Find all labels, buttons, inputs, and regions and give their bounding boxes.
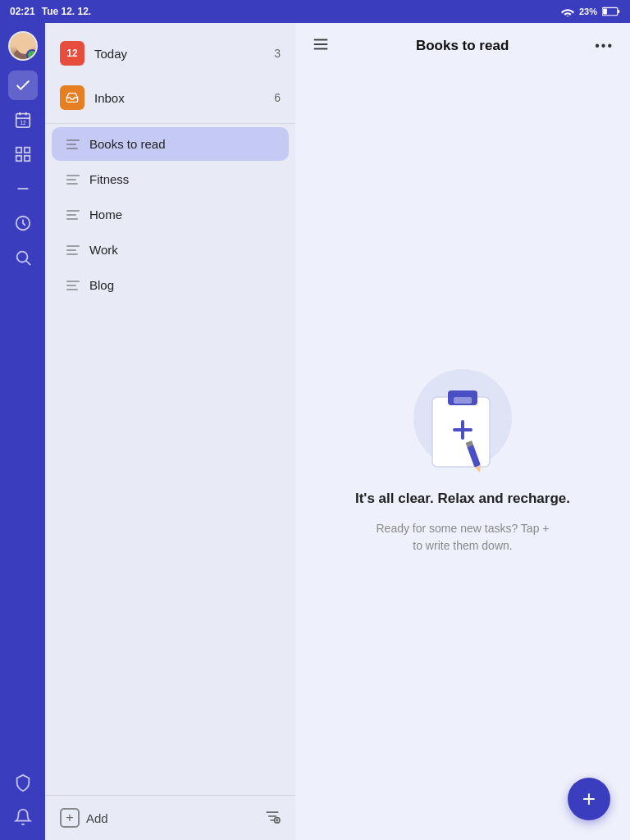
svg-point-0 — [566, 16, 568, 16]
status-left: 02:21 Tue 12. 12. — [10, 6, 91, 17]
today-label: Today — [94, 47, 127, 61]
inbox-label: Inbox — [94, 91, 125, 105]
nav-icon-bell[interactable] — [8, 802, 38, 832]
list-icon-books — [66, 139, 80, 149]
sidebar-item-books-to-read[interactable]: Books to read — [52, 127, 289, 161]
app-body: 12 12 Today — [0, 23, 630, 840]
work-label: Work — [89, 243, 118, 257]
status-bar: 02:21 Tue 12. 12. 23% — [0, 0, 630, 23]
svg-point-17 — [16, 252, 27, 262]
sidebar-item-inbox[interactable]: Inbox 6 — [45, 75, 295, 120]
svg-point-4 — [16, 35, 28, 47]
more-options-button[interactable]: ••• — [595, 39, 614, 53]
nav-icon-shield[interactable] — [8, 768, 38, 797]
list-icon-work — [66, 245, 80, 255]
avatar-badge — [26, 49, 38, 61]
books-to-read-label: Books to read — [89, 137, 166, 151]
avatar[interactable] — [8, 31, 38, 61]
fab-add-task[interactable]: + — [568, 778, 610, 820]
svg-line-18 — [26, 261, 30, 265]
sidebar-item-today[interactable]: 12 Today 3 — [45, 31, 295, 75]
lists-sidebar: 12 Today 3 Inbox 6 — [45, 23, 295, 840]
svg-rect-31 — [454, 397, 472, 404]
add-list-label: Add — [86, 811, 108, 825]
sidebar-item-work[interactable]: Work — [52, 233, 289, 267]
today-badge: 3 — [274, 47, 281, 60]
lists-bottom-bar: + Add — [45, 795, 295, 840]
sidebar-item-blog[interactable]: Blog — [52, 268, 289, 302]
list-icon-home — [66, 210, 80, 220]
blog-label: Blog — [89, 278, 114, 292]
svg-rect-14 — [24, 156, 29, 161]
nav-icon-clock[interactable] — [8, 208, 38, 238]
filter-icon[interactable] — [264, 809, 281, 828]
empty-state-subtitle: Ready for some new tasks? Tap + to write… — [372, 520, 553, 555]
date: Tue 12. 12. — [42, 6, 91, 17]
sidebar-item-fitness[interactable]: Fitness — [52, 162, 289, 196]
nav-icon-grid[interactable] — [8, 139, 38, 169]
empty-state: It's all clear. Relax and recharge. Read… — [295, 68, 630, 840]
clipboard-illustration — [401, 354, 524, 477]
battery-percent: 23% — [579, 7, 597, 16]
inbox-badge: 6 — [274, 91, 281, 104]
svg-text:12: 12 — [20, 120, 26, 126]
lists-content: 12 Today 3 Inbox 6 — [45, 23, 295, 795]
add-list-icon: + — [60, 808, 80, 828]
nav-icon-search[interactable] — [8, 243, 38, 272]
divider — [45, 123, 295, 124]
svg-rect-11 — [16, 148, 21, 153]
battery-icon — [602, 7, 620, 16]
svg-rect-13 — [16, 156, 21, 161]
svg-rect-2 — [603, 8, 607, 14]
list-icon-fitness — [66, 175, 80, 185]
home-label: Home — [89, 208, 122, 221]
sidebar-item-home[interactable]: Home — [52, 198, 289, 231]
nav-icon-dash[interactable] — [8, 174, 38, 203]
list-icon-blog — [66, 281, 80, 290]
icon-sidebar: 12 — [0, 23, 45, 840]
fitness-label: Fitness — [89, 172, 129, 186]
add-list-button[interactable]: + Add — [60, 808, 108, 828]
empty-state-title: It's all clear. Relax and recharge. — [355, 491, 570, 507]
inbox-icon — [60, 85, 84, 110]
wifi-icon — [561, 7, 574, 16]
main-title: Books to read — [330, 38, 595, 54]
nav-icon-calendar[interactable]: 12 — [8, 105, 38, 135]
main-wrapper: Books to read ••• — [295, 23, 630, 840]
hamburger-button[interactable] — [312, 35, 330, 57]
main-header: Books to read ••• — [295, 23, 630, 68]
svg-rect-3 — [618, 10, 619, 13]
main-content: Books to read ••• — [295, 23, 630, 840]
nav-icon-tasks[interactable] — [8, 71, 38, 100]
today-icon: 12 — [60, 41, 84, 66]
status-right: 23% — [561, 7, 620, 16]
svg-rect-12 — [24, 148, 29, 153]
time: 02:21 — [10, 6, 35, 17]
